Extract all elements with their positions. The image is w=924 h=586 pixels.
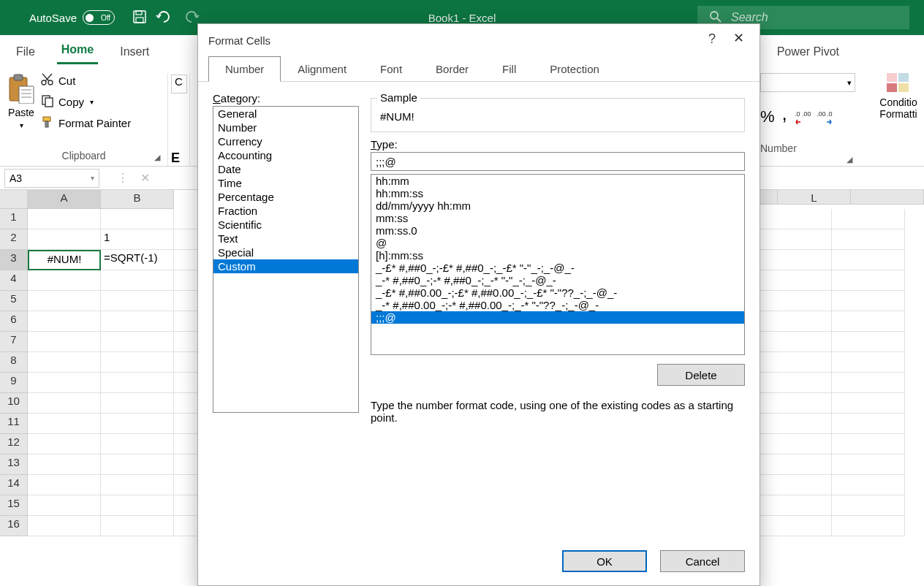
cell[interactable] — [101, 454, 174, 475]
row-header[interactable]: 8 — [0, 352, 28, 373]
cell[interactable] — [101, 291, 174, 311]
copy-button[interactable]: Copy ▾ — [41, 94, 131, 110]
category-item[interactable]: Currency — [213, 134, 358, 148]
format-painter-button[interactable]: Format Painter — [41, 115, 131, 131]
dialog-tab-fill[interactable]: Fill — [485, 56, 533, 82]
cell[interactable] — [832, 454, 905, 475]
cell[interactable] — [101, 209, 174, 229]
cell[interactable] — [832, 229, 905, 250]
cell[interactable] — [28, 495, 101, 516]
row-header[interactable]: 5 — [0, 291, 28, 311]
cell[interactable] — [101, 311, 174, 332]
category-item[interactable]: Date — [213, 162, 358, 176]
type-item[interactable]: [h]:mm:ss — [371, 249, 744, 262]
clipboard-dialog-launcher[interactable]: ◢ — [154, 153, 164, 163]
cell[interactable] — [101, 434, 174, 454]
tab-home[interactable]: Home — [57, 37, 98, 64]
dialog-title-bar[interactable]: Format Cells ? ✕ — [198, 24, 760, 56]
column-header[interactable] — [851, 190, 924, 205]
cell[interactable] — [832, 414, 905, 434]
type-item[interactable]: dd/mm/yyyy hh:mm — [371, 199, 744, 212]
category-item[interactable]: Time — [213, 176, 358, 190]
cell[interactable] — [28, 414, 101, 434]
row-header[interactable]: 1 — [0, 209, 28, 229]
cell[interactable] — [832, 332, 905, 352]
cell[interactable] — [759, 414, 832, 434]
row-header[interactable]: 12 — [0, 434, 28, 454]
cell[interactable] — [759, 250, 832, 270]
cell[interactable] — [28, 434, 101, 454]
cell[interactable] — [759, 332, 832, 352]
cell[interactable] — [759, 454, 832, 475]
cell[interactable] — [28, 516, 101, 536]
category-item[interactable]: Number — [213, 121, 358, 134]
cell[interactable] — [832, 291, 905, 311]
cell[interactable]: #NUM! — [28, 250, 101, 270]
undo-icon[interactable] — [156, 10, 173, 26]
comma-icon[interactable]: , — [782, 102, 787, 125]
type-item[interactable]: _-* #,##0.00_-;-* #,##0.00_-;_-* "-"??_-… — [371, 299, 744, 311]
row-header[interactable]: 7 — [0, 332, 28, 352]
cell[interactable] — [759, 311, 832, 332]
paste-button[interactable]: Paste ▾ — [7, 73, 35, 131]
dialog-tab-number[interactable]: Number — [208, 56, 281, 82]
cell[interactable] — [101, 393, 174, 414]
dialog-tab-font[interactable]: Font — [363, 56, 419, 82]
cell[interactable] — [832, 270, 905, 291]
type-item[interactable]: ;;;@ — [371, 311, 744, 324]
column-header[interactable]: L — [778, 190, 851, 205]
decrease-decimal-icon[interactable]: .00.0 — [817, 109, 833, 127]
cell[interactable] — [101, 495, 174, 516]
cell[interactable] — [759, 475, 832, 495]
type-item[interactable]: _-* #,##0_-;-* #,##0_-;_-* "-"_-;_-@_- — [371, 274, 744, 286]
number-format-dropdown[interactable]: ▾ — [760, 73, 855, 92]
cell[interactable] — [101, 270, 174, 291]
category-item[interactable]: Accounting — [213, 148, 358, 162]
type-item[interactable]: hh:mm — [371, 175, 744, 187]
cell[interactable]: 1 — [101, 229, 174, 250]
cell[interactable] — [28, 311, 101, 332]
cell[interactable] — [101, 373, 174, 393]
category-item[interactable]: Percentage — [213, 190, 358, 204]
cell[interactable] — [101, 352, 174, 373]
cell[interactable] — [759, 209, 832, 229]
type-item[interactable]: mm:ss — [371, 212, 744, 224]
row-header[interactable]: 14 — [0, 475, 28, 495]
column-header[interactable]: B — [101, 190, 174, 209]
type-list[interactable]: hh:mmhh:mm:ssdd/mm/yyyy hh:mmmm:ssmm:ss.… — [371, 174, 745, 355]
column-header[interactable]: A — [28, 190, 101, 209]
bold-button-partial[interactable]: E — [171, 151, 186, 166]
name-box[interactable]: A3 ▾ — [4, 169, 99, 188]
cell[interactable] — [28, 475, 101, 495]
cell[interactable] — [832, 250, 905, 270]
category-item[interactable]: Special — [213, 246, 358, 259]
row-header[interactable]: 6 — [0, 311, 28, 332]
cell[interactable] — [28, 291, 101, 311]
cell[interactable] — [759, 373, 832, 393]
cell[interactable] — [832, 352, 905, 373]
cell[interactable] — [832, 434, 905, 454]
category-list[interactable]: GeneralNumberCurrencyAccountingDateTimeP… — [213, 106, 359, 413]
category-item[interactable]: Fraction — [213, 204, 358, 218]
type-input[interactable] — [371, 152, 745, 171]
cell[interactable] — [28, 454, 101, 475]
cell[interactable] — [28, 270, 101, 291]
help-icon[interactable]: ? — [708, 31, 716, 47]
font-dropdown-partial[interactable]: C — [171, 75, 187, 94]
cell[interactable] — [832, 209, 905, 229]
row-header[interactable]: 4 — [0, 270, 28, 291]
cell[interactable] — [759, 495, 832, 516]
cell[interactable] — [28, 229, 101, 250]
cell[interactable] — [101, 516, 174, 536]
type-item[interactable]: _-£* #,##0_-;-£* #,##0_-;_-£* "-"_-;_-@_… — [371, 262, 744, 274]
cell[interactable] — [101, 332, 174, 352]
tab-insert[interactable]: Insert — [116, 39, 154, 64]
percent-icon[interactable]: % — [760, 107, 775, 126]
cell[interactable] — [28, 332, 101, 352]
close-icon[interactable]: ✕ — [727, 30, 749, 47]
cell[interactable] — [759, 270, 832, 291]
save-icon[interactable] — [132, 9, 147, 26]
row-header[interactable]: 15 — [0, 495, 28, 516]
number-dialog-launcher[interactable]: ◢ — [847, 155, 857, 165]
category-item[interactable]: Custom — [213, 259, 358, 273]
